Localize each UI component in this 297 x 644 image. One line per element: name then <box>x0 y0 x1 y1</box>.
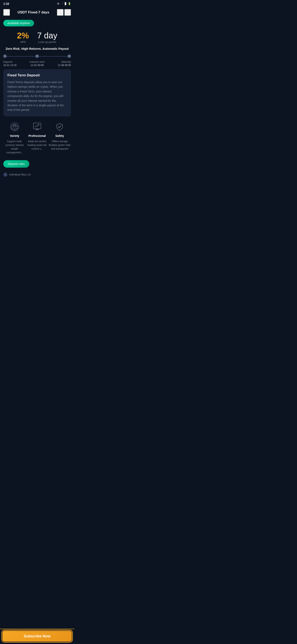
apr-label: APR <box>17 40 29 44</box>
timeline-dot-maturity <box>68 54 71 58</box>
timeline-item-deposit-value: 10-31 13:16 <box>3 64 26 67</box>
svg-point-1 <box>60 12 61 13</box>
timeline-item-maturity-value: 11-08 00:00 <box>48 64 71 67</box>
svg-line-7 <box>13 124 15 126</box>
safety-icon-wrap <box>54 121 65 132</box>
feature-safety-title: Safety <box>55 134 64 138</box>
page-title: USDT Fixed-7 days <box>10 10 57 14</box>
timeline-dot-interest <box>35 54 39 58</box>
nav-header: USDT Fixed-7 days <box>0 8 74 18</box>
timeline-item-interest-title: Interest start <box>26 60 48 63</box>
more-button[interactable] <box>57 9 63 16</box>
section-hint: ℹ Individual Max Lot <box>3 172 71 193</box>
timeline-item-deposit-title: Deposit <box>3 60 26 63</box>
timeline-dot-deposit <box>3 54 6 58</box>
status-icons: ⚙ ▊ 🔋 <box>57 2 71 6</box>
feature-professional: Professional Adopt the world's leading a… <box>26 121 48 154</box>
feature-professional-desc: Adopt the world's leading asset risk con… <box>26 140 48 151</box>
feature-professional-title: Professional <box>28 134 46 138</box>
svg-line-8 <box>15 124 16 126</box>
wifi-icon <box>61 2 63 6</box>
apr-block: 2% APR <box>17 31 29 44</box>
professional-icon-wrap <box>32 121 42 132</box>
lockup-block: 7 day Lock-up period <box>37 31 57 44</box>
feature-variety: Variety Support multi-currency Various w… <box>3 121 26 154</box>
timeline-dots <box>3 54 71 58</box>
chart-icon <box>32 122 42 131</box>
shield-check-icon <box>55 122 64 131</box>
diamond-icon <box>10 122 19 131</box>
svg-point-0 <box>59 12 59 13</box>
feature-variety-desc: Support multi-currency Various wealth ma… <box>3 140 26 154</box>
deposit-rules-button[interactable]: Deposit rules <box>3 160 29 168</box>
timeline-labels: Deposit 10-31 13:16 Interest start 11-01… <box>3 60 71 67</box>
lockup-label: Lock-up period <box>37 40 57 44</box>
feature-safety-desc: Offline storage Multiple grants Safe and… <box>48 140 71 151</box>
info-card: Fixed Term Deposit Fixed Terms deposits … <box>3 69 71 116</box>
timeline-item-maturity-title: Maturity <box>48 60 71 63</box>
timeline-item-deposit: Deposit 10-31 13:16 <box>3 60 26 67</box>
apr-lockup-section: 2% APR 7 day Lock-up period <box>3 31 71 44</box>
svg-point-10 <box>38 124 39 125</box>
info-icon: ℹ <box>3 172 7 177</box>
features-section: Variety Support multi-currency Various w… <box>3 121 71 154</box>
lockup-value: 7 day <box>37 31 57 40</box>
timeline-item-maturity: Maturity 11-08 00:00 <box>48 60 71 67</box>
feature-safety: Safety Offline storage Multiple grants S… <box>48 121 71 154</box>
status-time: 1:16 <box>3 2 9 5</box>
battery-icon: 🔋 <box>68 2 71 5</box>
variety-icon-wrap <box>9 121 20 132</box>
info-card-text: Fixed Terms deposits allow you to earn o… <box>7 80 67 112</box>
feature-variety-title: Variety <box>10 134 19 138</box>
available-badge: Available anytime <box>0 18 74 30</box>
apr-value: 2% <box>17 31 29 40</box>
back-button[interactable] <box>3 9 10 16</box>
status-bar: 1:16 ⚙ ▊ 🔋 <box>0 0 74 8</box>
timeline-item-interest-value: 11-01 00:00 <box>26 64 48 67</box>
svg-marker-4 <box>12 124 17 130</box>
timeline-item-interest: Interest start 11-01 00:00 <box>26 60 48 67</box>
svg-point-2 <box>61 12 62 13</box>
timeline-section: Deposit 10-31 13:16 Interest start 11-01… <box>3 54 71 67</box>
info-card-title: Fixed Term Deposit <box>7 73 67 78</box>
close-button[interactable] <box>64 9 71 16</box>
settings-icon: ⚙ <box>57 2 59 5</box>
tagline: Zero Risk. High Returns. Automatic Payou… <box>5 47 69 50</box>
svg-rect-9 <box>33 123 41 129</box>
signal-icon: ▊ <box>65 2 67 5</box>
